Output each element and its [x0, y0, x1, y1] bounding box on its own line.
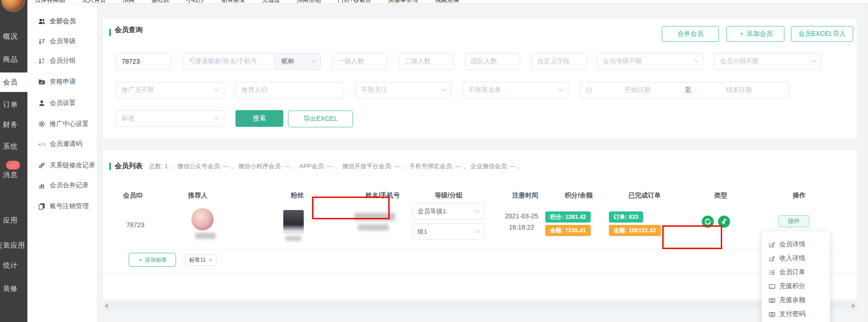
sidebar-item-account-cancel[interactable]: 账号注销管理: [38, 202, 89, 210]
link-icon: [38, 162, 46, 169]
rail-item-messages[interactable]: 消息 …: [0, 170, 27, 179]
team-count-input[interactable]: 团队人数: [465, 53, 520, 70]
rail-item-orders[interactable]: 订单: [0, 100, 27, 109]
sidebar-item-invite-code[interactable]: </> 会员邀请码: [38, 140, 82, 148]
scroll-right-icon[interactable]: [852, 303, 855, 308]
menu-item-income-detail[interactable]: 收入详情: [762, 251, 830, 265]
topbar-item[interactable]: 门店+收银台: [338, 0, 372, 4]
blacklist-filter-select[interactable]: 不限黑名单: [463, 82, 568, 99]
member-group-select[interactable]: 会员分组不限: [714, 53, 822, 70]
promoter-select[interactable]: 推广员不限: [116, 82, 224, 99]
topbar-item[interactable]: 充值送: [262, 0, 280, 4]
topbar-item[interactable]: 微社区: [151, 0, 170, 4]
search-button[interactable]: 搜索: [235, 110, 283, 127]
sidebar-item-member-levels[interactable]: 会员等级: [38, 37, 76, 46]
menu-item-member-detail[interactable]: 会员详情: [762, 237, 830, 251]
menu-item-member-orders[interactable]: 会员订单: [762, 265, 830, 279]
keyword-input[interactable]: 可搜索昵称/姓名/手机号: [183, 53, 274, 69]
row-group-select[interactable]: 组1: [412, 223, 484, 240]
chevron-down-icon: [558, 86, 563, 92]
title-accent-bar: [109, 163, 111, 170]
topbar-item[interactable]: 销售裂变: [221, 0, 245, 4]
row-level-select[interactable]: 会员等级1.: [412, 203, 484, 220]
horizontal-scrollbar[interactable]: [103, 302, 857, 309]
fans-avatar[interactable]: [283, 210, 304, 234]
user-avatar[interactable]: [1, 0, 25, 12]
rail-item-goods[interactable]: 商品: [0, 55, 27, 64]
add-tag-button[interactable]: ＋ 添加标签: [129, 253, 176, 267]
export-excel-button[interactable]: 导出EXCEL: [288, 111, 353, 127]
primary-sidebar: 概况 商品 会员 订单 财务 系统 消息 … 应用 安装应用 统计 装修: [0, 0, 27, 322]
topbar-item[interactable]: 云库存商品: [35, 0, 65, 4]
fans-name-blurred: [286, 236, 301, 241]
menu-item-recharge-points[interactable]: 充值积分: [762, 279, 830, 293]
start-date-field[interactable]: 开始日期: [593, 86, 682, 94]
level2-count-input[interactable]: 二级人数: [398, 53, 454, 70]
col-header-actions: 操作: [793, 191, 806, 200]
rail-item-system[interactable]: 系统: [0, 142, 27, 151]
sidebar-item-label: 关系链修改记录: [50, 161, 95, 170]
rail-item-decorate[interactable]: 装修: [0, 284, 27, 293]
member-level-select[interactable]: 会员等级不限: [597, 53, 704, 70]
user-icon: [38, 99, 46, 107]
topbar-item[interactable]: 快递单管理: [388, 0, 418, 4]
excel-import-button[interactable]: 会员EXCEL导入: [791, 26, 853, 42]
bar-chart-icon: [38, 182, 46, 189]
merge-members-button[interactable]: 合并会员: [662, 26, 719, 42]
sidebar-item-member-groups[interactable]: AZ 会员分组: [38, 57, 76, 65]
sidebar-item-relation-log[interactable]: 关系链修改记录: [38, 161, 95, 170]
sidebar-item-label: 会员邀请码: [50, 140, 82, 148]
edit-icon: [769, 255, 776, 262]
add-member-button[interactable]: ＋ 添加会员: [726, 26, 784, 42]
date-range-picker[interactable]: 开始日期 至 结束日期: [580, 82, 790, 99]
douyin-type-icon: [718, 216, 730, 228]
menu-item-pay-password[interactable]: 支付密码: [762, 307, 830, 321]
rail-item-overview[interactable]: 概况: [0, 32, 27, 41]
remove-tag-icon[interactable]: ×: [209, 256, 212, 263]
member-id-input[interactable]: 78723: [116, 53, 171, 70]
balance-badge: 余额: 7245.41: [545, 225, 591, 236]
row-action-button[interactable]: 操作: [778, 215, 809, 227]
topbar-item[interactable]: 小程序: [186, 0, 204, 4]
notification-badge: …: [6, 161, 20, 170]
topbar-item[interactable]: 无人售货: [82, 0, 106, 4]
tag-select[interactable]: 标签: [116, 110, 224, 127]
rail-item-finance[interactable]: 财务: [0, 120, 27, 129]
sidebar-item-promotion-settings[interactable]: 推广中心设置: [38, 120, 89, 128]
registration-time: 2021-03-25 16:18:22: [496, 210, 548, 233]
follow-filter-select[interactable]: 不限关注: [355, 82, 451, 99]
points-badge: 积分: 1281.42: [545, 211, 591, 223]
chevron-down-icon: [214, 115, 219, 120]
rail-item-members[interactable]: 会员: [0, 72, 27, 92]
menu-item-recharge-balance[interactable]: 充值余额: [762, 293, 830, 307]
end-date-field[interactable]: 结束日期: [694, 86, 784, 94]
rail-item-apps[interactable]: 应用: [0, 216, 27, 225]
sidebar-item-label: 会员合并记录: [50, 181, 89, 190]
tag-chip[interactable]: 标签11 ×: [185, 254, 216, 266]
top-navbar: 云库存商品 无人售货 招商 微社区 小程序 销售裂变 充值送 招商活动 门店+收…: [27, 0, 868, 4]
keyword-type-select[interactable]: 昵称: [274, 53, 320, 69]
vertical-scrollbar[interactable]: [866, 4, 868, 322]
sidebar-item-merge-log[interactable]: 会员合并记录: [38, 181, 89, 190]
edit-icon: [769, 241, 776, 248]
referrer-id-input[interactable]: 推荐人ID: [235, 82, 344, 99]
rail-item-install-apps[interactable]: 安装应用: [0, 241, 27, 250]
referrer-avatar[interactable]: [191, 208, 214, 230]
sidebar-item-member-settings[interactable]: 会员设置: [38, 99, 76, 107]
topbar-item[interactable]: 招商活动: [297, 0, 321, 4]
sidebar-item-all-members[interactable]: 全部会员: [38, 17, 76, 26]
scroll-left-icon[interactable]: [105, 303, 108, 308]
sort-numeric-icon: [38, 38, 46, 45]
sidebar-item-qualification[interactable]: 资格申请: [38, 78, 76, 86]
col-header-completed-orders: 已完成订单: [628, 191, 661, 200]
sidebar-item-label: 推广中心设置: [50, 120, 89, 128]
topbar-item[interactable]: 视频点播: [435, 0, 459, 4]
member-phone-blurred: [358, 224, 389, 230]
panel-title: 会员查询: [115, 26, 143, 34]
title-accent-bar: [109, 29, 111, 36]
level1-count-input[interactable]: 一级人数: [332, 53, 387, 70]
topbar-item[interactable]: 招商: [123, 0, 135, 4]
rail-item-stats[interactable]: 统计: [0, 261, 27, 270]
clock-icon: [586, 87, 593, 94]
custom-field-input[interactable]: 自定义字段: [531, 53, 587, 70]
